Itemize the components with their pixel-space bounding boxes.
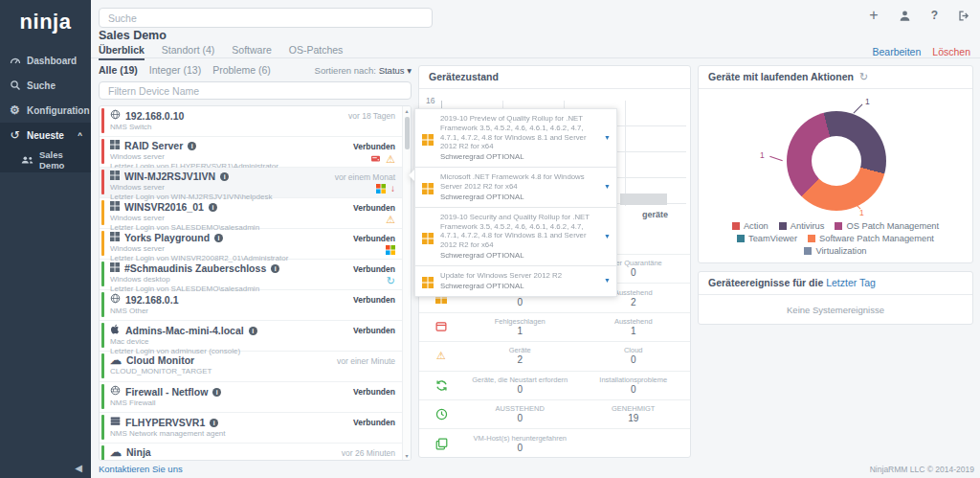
patch-item[interactable]: 2019-10 Preview of Quality Rollup for .N… [414,108,617,168]
device-type-icon [110,385,121,398]
scroll-down-icon[interactable]: ▾ [403,452,411,459]
device-row[interactable]: FLHYPERVSVR1 i NMS Network management ag… [100,413,411,444]
device-status-text: Verbunden [353,264,395,274]
edit-button[interactable]: Bearbeiten [873,46,922,57]
patch-severity: Schweregrad OPTIONAL [440,193,599,202]
legend-label: Virtualization [815,246,866,256]
device-status-text: Verbunden [353,418,395,427]
sidebar-item[interactable]: Suche [0,73,91,98]
sidebar-item[interactable]: ⚙ Konfiguration [0,98,91,123]
caret-down-icon[interactable]: ▼ [604,134,611,141]
status-bar [101,415,104,440]
device-type-icon [110,416,121,429]
status-bar [101,353,104,378]
device-name: 192.168.0.1 [110,293,382,307]
device-row[interactable]: #Schmaudinis Zauberschloss i Windows des… [100,260,411,290]
patch-title: Microsoft .NET Framework 4.8 for Windows… [440,172,599,192]
legend-label: Action [744,221,768,231]
delete-button[interactable]: Löschen [932,46,970,57]
patch-item[interactable]: Microsoft .NET Framework 4.8 for Windows… [414,167,617,208]
time-range-link[interactable]: Letzter Tag [826,277,876,288]
legend-swatch [804,247,812,255]
device-status-text: vor 18 Tagen [348,111,395,121]
sidebar-item-label: Suche [27,80,56,91]
sidebar-item-icon [9,55,21,66]
device-row[interactable]: Firewall - Netflow i NMS Firewall Verbun… [100,382,411,413]
device-badge-icon [386,245,395,255]
sidebar-collapse-icon[interactable]: ◀ [75,463,82,473]
logout-icon[interactable] [958,10,970,22]
legend-item: Software Patch Management [808,234,934,243]
device-row[interactable]: WINSVR2016_01 i Windows serverLetzter Lo… [100,198,411,229]
add-icon[interactable]: + [869,9,878,22]
patch-popup: 2019-10 Preview of Quality Rollup for .N… [414,109,617,297]
scrollbar-thumb[interactable] [405,117,410,149]
info-icon[interactable]: i [209,203,217,212]
user-icon[interactable] [899,10,911,22]
help-icon[interactable]: ? [931,9,938,22]
scroll-up-icon[interactable]: ▴ [403,107,411,114]
info-icon[interactable]: i [220,172,229,181]
legend-item: Action [732,221,768,231]
device-status-text: Verbunden [353,142,395,151]
legend-label: Software Patch Management [819,234,934,243]
legend-item: Antivirus [779,221,825,231]
refresh-icon[interactable]: ↻ [859,71,868,82]
status-bar [101,445,104,461]
sidebar-item[interactable]: ↺ Neueste ^ [0,123,91,148]
contact-link[interactable]: Kontaktieren Sie uns [99,464,183,474]
device-row[interactable]: Yorks Playground i Windows serverLetzter… [100,229,411,260]
caret-down-icon[interactable]: ▼ [604,277,611,284]
chart-bar [620,193,667,205]
info-icon[interactable]: i [249,327,257,335]
health-row: Geräte, die Neustart erfordern 0 Install… [419,371,690,399]
patch-severity: Schweregrad OPTIONAL [440,152,599,162]
device-name-filter-input[interactable] [99,81,412,100]
status-bar [101,170,104,194]
device-row[interactable]: 192.168.0.1 NMS Other Verbunden [100,290,411,321]
device-type-icon [110,324,121,337]
sidebar-item[interactable]: Dashboard [0,48,91,73]
patch-item[interactable]: Update for Windows Server 2012 R2 Schwer… [414,265,617,297]
patch-item[interactable]: 2019-10 Security and Quality Rollup for … [414,207,617,266]
legend-swatch [737,235,745,242]
device-list: 192.168.0.10 NMS Switch vor 18 Tagen [99,105,412,461]
device-row[interactable]: RAID Server i Windows serverLetzter Logi… [100,137,411,168]
info-icon[interactable]: i [212,388,221,397]
device-row[interactable]: ☁ Cloud Monitor CLOUD_MONITOR_TARGET vor… [100,352,411,382]
sidebar-item-icon [9,80,21,91]
device-badge-icon: ↻ [387,276,395,285]
device-status-text: Verbunden [353,234,395,243]
topbar-icons: + ? [869,9,970,22]
device-type-icon: ☁ [110,354,122,367]
donut-legend: Action Antivirus OS Patch Management Tea… [699,221,972,256]
info-icon[interactable]: i [214,234,223,242]
caret-down-icon[interactable]: ▼ [604,233,611,239]
info-icon[interactable]: i [188,142,196,150]
device-subline: Windows server [110,214,382,223]
health-row: AUSSTEHEND 0 GENEHMIGT 19 [419,399,690,428]
chevron-up-icon: ^ [78,131,82,140]
device-row[interactable]: Admins-Mac-mini-4.local i Mac deviceLetz… [100,321,411,352]
device-row[interactable]: WIN-MJ2RSJV1IVN i Windows serverLetzter … [100,168,411,198]
patch-title: 2019-10 Preview of Quality Rollup for .N… [440,114,599,151]
device-subline: CLOUD_MONITOR_TARGET [110,367,382,376]
legend-swatch [835,222,842,230]
donut-callout: 1 [760,150,765,160]
device-name: #Schmaudinis Zauberschloss i [110,262,382,275]
search-input[interactable] [99,8,433,28]
device-list-scrollbar[interactable]: ▴ ▾ [402,106,411,460]
device-subline: Windows server [110,244,382,254]
patch-title: 2019-10 Security and Quality Rollup for … [440,213,599,250]
device-row[interactable]: ☁ Ninja vor 26 Minuten [100,444,411,461]
caret-down-icon[interactable]: ▼ [604,183,611,190]
info-icon[interactable]: i [210,419,218,427]
health-row: Fehlgeschlagen 1 Ausstehend 1 [419,312,690,341]
sidebar-item-label: Konfiguration [27,105,90,116]
legend-item: Virtualization [804,246,866,256]
device-row[interactable]: 192.168.0.10 NMS Switch vor 18 Tagen [100,106,411,137]
info-icon[interactable]: i [271,264,279,273]
sidebar-item[interactable]: Sales Demo [0,148,91,172]
device-status-text: Verbunden [353,387,395,397]
sort-value[interactable]: Status [379,65,405,76]
